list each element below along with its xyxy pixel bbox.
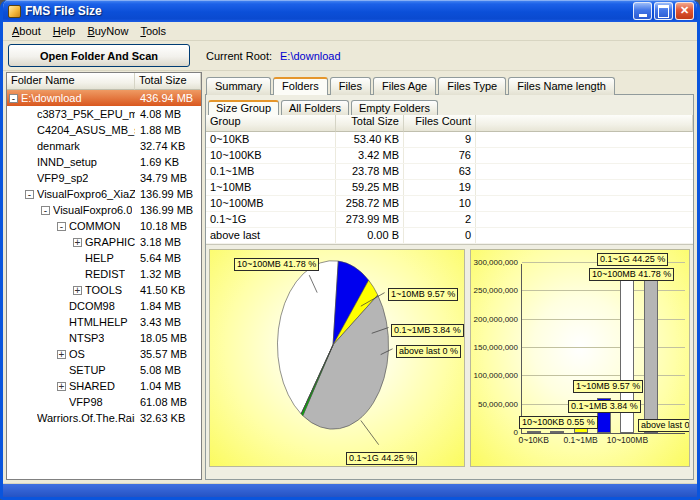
- folder-name: HTMLHELP: [69, 315, 128, 330]
- sub-tab[interactable]: Empty Folders: [351, 100, 438, 116]
- tree-row[interactable]: - COMMON 10.18 MB: [7, 218, 201, 234]
- menu-item[interactable]: Help: [47, 24, 82, 38]
- column-header-total-size[interactable]: Total Size: [135, 73, 201, 90]
- pie-callout-label: 1~10MB 9.57 %: [388, 288, 458, 301]
- column-header-folder-name[interactable]: Folder Name: [7, 73, 135, 90]
- window-controls: [633, 2, 694, 20]
- column-header-spacer: [476, 115, 693, 132]
- folder-name: VFP9_sp2: [37, 171, 88, 186]
- pie-callout-label: 0.1~1G 44.25 %: [346, 452, 417, 465]
- table-row[interactable]: 0.1~1G 273.99 MB 2: [206, 212, 693, 228]
- tree-row[interactable]: NTSP3 18.05 MB: [7, 330, 201, 346]
- tree-row[interactable]: C4204_ASUS_MB_setup 1.88 MB: [7, 122, 201, 138]
- menu-item[interactable]: About: [6, 24, 47, 38]
- toolbar: Open Folder And Scan Current Root: E:\do…: [3, 41, 697, 71]
- table-header: Group Total Size Files Count: [206, 115, 693, 132]
- tree-row[interactable]: - E:\download 436.94 MB: [7, 90, 201, 106]
- tree-cell-name: + GRAPHICS: [7, 235, 135, 250]
- menu-item[interactable]: BuyNow: [81, 24, 134, 38]
- tree-row[interactable]: denmark 32.74 KB: [7, 138, 201, 154]
- folder-name: denmark: [37, 139, 80, 154]
- tree-row[interactable]: HTMLHELP 3.43 MB: [7, 314, 201, 330]
- app-icon: [8, 5, 21, 18]
- sub-tab[interactable]: Size Group: [208, 100, 279, 116]
- tree-row[interactable]: c3873_P5K_EPU_manual 4.08 MB: [7, 106, 201, 122]
- tree-cell-name: VFP9_sp2: [7, 171, 135, 186]
- main-tab[interactable]: Folders: [273, 77, 328, 95]
- column-header-group[interactable]: Group: [206, 115, 336, 132]
- cell-spacer: [476, 196, 693, 211]
- tree-row[interactable]: REDIST 1.32 MB: [7, 266, 201, 282]
- tree-row[interactable]: - VisualFoxpro6_XiaZaiBa 136.99 MB: [7, 186, 201, 202]
- table-row[interactable]: 10~100MB 258.72 MB 10: [206, 196, 693, 212]
- main-tab[interactable]: Files Name length: [508, 77, 615, 95]
- folder-size: 436.94 MB: [135, 91, 201, 106]
- bar-callout-label: 0.1~1G 44.25 %: [597, 253, 668, 266]
- details-panel: Summary Folders Files Files Age Files Ty…: [205, 72, 694, 480]
- tree-row[interactable]: VFP98 61.08 MB: [7, 394, 201, 410]
- expander-icon[interactable]: +: [73, 286, 82, 295]
- maximize-icon[interactable]: [654, 2, 673, 20]
- tree-cell-name: NTSP3: [7, 331, 135, 346]
- folder-name: C4204_ASUS_MB_setup: [37, 123, 135, 138]
- tree-row[interactable]: + SHARED 1.04 MB: [7, 378, 201, 394]
- tree-row[interactable]: INND_setup 1.69 KB: [7, 154, 201, 170]
- column-header-files-count[interactable]: Files Count: [404, 115, 476, 132]
- main-tab-bar: Summary Folders Files Files Age Files Ty…: [205, 72, 694, 94]
- table-row[interactable]: 1~10MB 59.25 MB 19: [206, 180, 693, 196]
- cell-spacer: [476, 164, 693, 179]
- tree-row[interactable]: VFP9_sp2 34.79 MB: [7, 170, 201, 186]
- expander-icon[interactable]: -: [57, 222, 66, 231]
- folder-size: 1.84 MB: [135, 299, 201, 314]
- main-tab[interactable]: Files Age: [373, 77, 436, 95]
- main-tab[interactable]: Files: [330, 77, 371, 95]
- current-root-label: Current Root:: [206, 50, 272, 62]
- folder-size: 32.74 KB: [135, 139, 201, 154]
- cell-files-count: 19: [404, 180, 476, 195]
- menu-item[interactable]: Tools: [134, 24, 172, 38]
- main-tab[interactable]: Files Type: [438, 77, 506, 95]
- tree-row[interactable]: - VisualFoxpro6.0 136.99 MB: [7, 202, 201, 218]
- tree-row[interactable]: Warriors.Of.The.Rainbow... 32.63 KB: [7, 410, 201, 426]
- main-tab[interactable]: Summary: [206, 77, 271, 95]
- folder-size: 136.99 MB: [135, 187, 201, 202]
- tree-row[interactable]: + OS 35.57 MB: [7, 346, 201, 362]
- close-icon[interactable]: [675, 2, 694, 20]
- expander-icon[interactable]: -: [25, 190, 34, 199]
- table-row[interactable]: above last 0.00 B 0: [206, 228, 693, 244]
- tree-row[interactable]: HELP 5.64 MB: [7, 250, 201, 266]
- folder-size: 34.79 MB: [135, 171, 201, 186]
- title-bar[interactable]: FMS File Size: [3, 0, 697, 22]
- expander-icon[interactable]: -: [41, 206, 50, 215]
- expander-icon[interactable]: +: [57, 382, 66, 391]
- tree-row[interactable]: + GRAPHICS 3.18 MB: [7, 234, 201, 250]
- table-row[interactable]: 10~100KB 3.42 MB 76: [206, 148, 693, 164]
- tree-row[interactable]: DCOM98 1.84 MB: [7, 298, 201, 314]
- cell-spacer: [476, 212, 693, 227]
- table-row[interactable]: 0~10KB 53.40 KB 9: [206, 132, 693, 148]
- cell-total-size: 3.42 MB: [336, 148, 404, 163]
- open-folder-and-scan-button[interactable]: Open Folder And Scan: [8, 44, 190, 67]
- folder-size: 1.32 MB: [135, 267, 201, 282]
- table-row[interactable]: 0.1~1MB 23.78 MB 63: [206, 164, 693, 180]
- folder-name: E:\download: [21, 91, 82, 106]
- expander-icon[interactable]: -: [9, 94, 18, 103]
- expander-icon[interactable]: +: [57, 350, 66, 359]
- folder-name: REDIST: [85, 267, 125, 282]
- minimize-icon[interactable]: [633, 2, 652, 20]
- tree-cell-name: - VisualFoxpro6_XiaZaiBa: [7, 187, 135, 202]
- tree-row[interactable]: + TOOLS 41.50 KB: [7, 282, 201, 298]
- sub-tab[interactable]: All Folders: [281, 100, 349, 116]
- folder-size: 5.64 MB: [135, 251, 201, 266]
- cell-spacer: [476, 228, 693, 243]
- folder-name: COMMON: [69, 219, 120, 234]
- cell-total-size: 258.72 MB: [336, 196, 404, 211]
- bar-callout-label: above last 0 %: [638, 419, 690, 432]
- folder-size: 1.04 MB: [135, 379, 201, 394]
- tree-row[interactable]: SETUP 5.08 MB: [7, 362, 201, 378]
- tree-cell-name: HTMLHELP: [7, 315, 135, 330]
- expander-icon[interactable]: +: [73, 238, 82, 247]
- column-header-total-size[interactable]: Total Size: [336, 115, 404, 132]
- pie-callout-label: above last 0 %: [396, 345, 461, 358]
- folder-name: HELP: [85, 251, 114, 266]
